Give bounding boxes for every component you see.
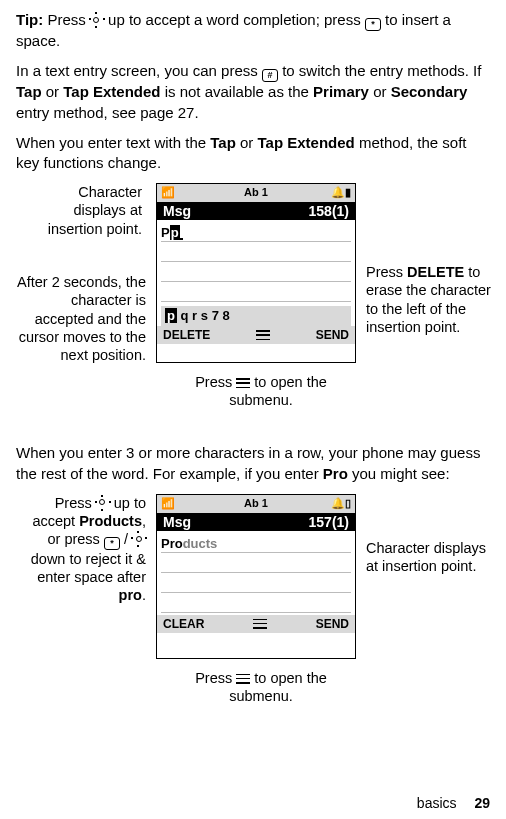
softkey-bar: CLEAR SEND: [157, 615, 355, 633]
input-mode: Ab 1: [244, 186, 268, 198]
figure-1: 📶 Ab 1 🔔▮ Msg 158(1) Pp ppq r s 7 8 q r …: [16, 183, 490, 443]
status-bar: 📶 Ab 1 🔔▮: [157, 184, 355, 202]
tip-label: Tip:: [16, 11, 43, 28]
softkey-bar: DELETE SEND: [157, 326, 355, 344]
softkey-paragraph: When you enter text with the Tap or Tap …: [16, 133, 490, 174]
title-bar: Msg 158(1): [157, 202, 355, 220]
signal-icon: 📶: [161, 186, 175, 199]
nav-key-icon: [96, 496, 110, 510]
text-editor[interactable]: Products: [157, 531, 355, 615]
right-softkey[interactable]: SEND: [316, 328, 349, 342]
callout-press-menu-2: Press to open the submenu.: [176, 669, 346, 705]
callout-after-two-seconds: After 2 seconds, the character is accept…: [16, 273, 146, 364]
menu-key-icon: [236, 674, 250, 684]
hash-key-icon: #: [262, 69, 278, 82]
switch-paragraph: In a text entry screen, you can press # …: [16, 61, 490, 123]
star-key-icon: *: [104, 537, 120, 550]
input-mode: Ab 1: [244, 497, 268, 509]
page-number: 29: [474, 795, 490, 811]
nav-key-icon: [132, 532, 146, 546]
battery-icon: 🔔▯: [331, 497, 351, 510]
left-softkey[interactable]: DELETE: [163, 328, 210, 342]
battery-icon: 🔔▮: [331, 186, 351, 199]
figure-2: 📶 Ab 1 🔔▯ Msg 157(1) Products CLEAR SEND…: [16, 494, 490, 729]
callout-character-displays: Character displays at insertion point.: [22, 183, 142, 237]
callout-character-displays-2: Character displays at insertion point.: [366, 539, 496, 575]
signal-icon: 📶: [161, 497, 175, 510]
tip-paragraph: Tip: Press up to accept a word completio…: [16, 10, 490, 51]
section-label: basics: [417, 795, 457, 811]
nav-key-icon: [90, 13, 104, 27]
title-label: Msg: [163, 514, 191, 530]
status-bar: 📶 Ab 1 🔔▯: [157, 495, 355, 513]
left-softkey[interactable]: CLEAR: [163, 617, 204, 631]
page-footer: basics 29: [417, 795, 490, 811]
title-bar: Msg 157(1): [157, 513, 355, 531]
char-count: 157(1): [309, 514, 349, 530]
star-key-icon: *: [365, 18, 381, 31]
char-count: 158(1): [309, 203, 349, 219]
phone-screen-1: 📶 Ab 1 🔔▮ Msg 158(1) Pp ppq r s 7 8 q r …: [156, 183, 356, 363]
phone-screen-2: 📶 Ab 1 🔔▯ Msg 157(1) Products CLEAR SEND: [156, 494, 356, 659]
text-editor[interactable]: Pp: [157, 220, 355, 304]
callout-press-menu-1: Press to open the submenu.: [176, 373, 346, 409]
right-softkey[interactable]: SEND: [316, 617, 349, 631]
candidate-bar: ppq r s 7 8 q r s 7 8: [161, 306, 351, 326]
guess-paragraph: When you enter 3 or more characters in a…: [16, 443, 490, 484]
menu-key-icon: [236, 378, 250, 388]
callout-press-delete: Press DELETE to erase the character to t…: [366, 263, 496, 336]
title-label: Msg: [163, 203, 191, 219]
callout-accept-products: Press up to accept Products, or press * …: [16, 494, 146, 605]
menu-icon[interactable]: [253, 619, 267, 629]
menu-icon[interactable]: [256, 330, 270, 340]
